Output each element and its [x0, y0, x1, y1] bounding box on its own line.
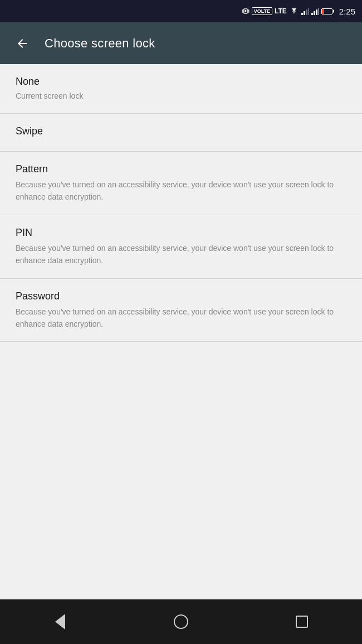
list-item-password[interactable]: Password Because you've turned on an acc…: [0, 279, 362, 342]
back-arrow-icon: [16, 37, 29, 50]
svg-rect-13: [314, 11, 315, 15]
content-area: None Current screen lock Swipe Pattern B…: [0, 64, 362, 599]
nav-bar: [0, 599, 362, 644]
item-description-pattern: Because you've turned on an accessibilit…: [16, 179, 346, 203]
item-title-password: Password: [16, 290, 346, 303]
svg-rect-15: [318, 8, 319, 15]
item-title-none: None: [16, 75, 346, 88]
item-description-pin: Because you've turned on an accessibilit…: [16, 243, 346, 267]
signal-icon-1: [301, 7, 309, 15]
svg-marker-7: [292, 11, 296, 14]
item-subtitle-none: Current screen lock: [16, 90, 346, 101]
list-item-pattern[interactable]: Pattern Because you've turned on an acce…: [0, 152, 362, 215]
item-description-password: Because you've turned on an accessibilit…: [16, 306, 346, 330]
nav-home-button[interactable]: [164, 605, 198, 638]
status-icons: VOLTE LTE 2:25: [242, 7, 355, 16]
list-item-pin[interactable]: PIN Because you've turned on an accessib…: [0, 215, 362, 279]
svg-rect-10: [306, 9, 307, 15]
toolbar: Choose screen lock: [0, 22, 362, 64]
item-title-pin: PIN: [16, 226, 346, 239]
svg-rect-9: [304, 11, 305, 15]
back-button[interactable]: [11, 32, 33, 55]
nav-back-icon: [55, 614, 65, 630]
toolbar-title: Choose screen lock: [45, 36, 155, 51]
item-title-swipe: Swipe: [16, 125, 346, 138]
item-title-pattern: Pattern: [16, 163, 346, 176]
vibrate-icon: [242, 7, 250, 15]
status-bar: VOLTE LTE 2:25: [0, 0, 362, 22]
nav-recents-button[interactable]: [285, 605, 319, 638]
nav-home-icon: [174, 614, 188, 629]
signal-icon-2: [311, 7, 319, 15]
svg-rect-8: [301, 13, 303, 15]
battery-icon: [321, 8, 332, 14]
nav-back-button[interactable]: [43, 605, 77, 638]
svg-rect-12: [311, 13, 313, 15]
svg-rect-11: [308, 8, 309, 15]
lte-text: LTE: [275, 7, 287, 15]
status-time: 2:25: [339, 7, 355, 16]
nav-recents-icon: [296, 616, 308, 628]
list-item-none[interactable]: None Current screen lock: [0, 64, 362, 114]
svg-rect-1: [245, 10, 246, 12]
volte-badge: VOLTE: [252, 7, 272, 15]
list-item-swipe[interactable]: Swipe: [0, 114, 362, 152]
data-arrows-icon: [289, 7, 299, 15]
svg-rect-14: [316, 9, 317, 15]
